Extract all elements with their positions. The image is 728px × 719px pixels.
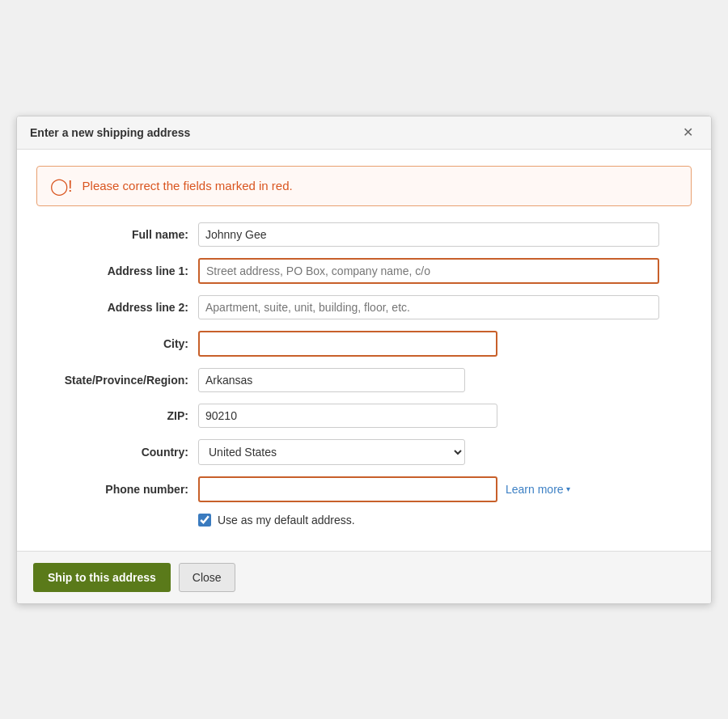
error-banner: ◯! Please correct the fields marked in r… xyxy=(36,166,692,206)
city-label: City: xyxy=(36,337,198,350)
error-message: Please correct the fields marked in red. xyxy=(83,179,293,192)
address1-label: Address line 1: xyxy=(36,264,198,277)
address2-label: Address line 2: xyxy=(36,301,198,314)
learn-more-text: Learn more xyxy=(506,483,564,496)
country-label: Country: xyxy=(36,446,198,459)
close-button[interactable]: Close xyxy=(179,563,235,592)
dialog-footer: Ship to this address Close xyxy=(17,551,711,603)
shipping-address-dialog: Enter a new shipping address ✕ ◯! Please… xyxy=(16,116,712,604)
zip-row: ZIP: xyxy=(36,404,692,428)
learn-more-link[interactable]: Learn more ▾ xyxy=(506,483,570,496)
dialog-close-button[interactable]: ✕ xyxy=(678,125,698,141)
state-row: State/Province/Region: xyxy=(36,368,692,392)
city-input[interactable] xyxy=(198,331,497,357)
dialog-title: Enter a new shipping address xyxy=(30,126,190,139)
city-row: City: xyxy=(36,331,692,357)
country-select[interactable]: United States Canada United Kingdom Aust… xyxy=(198,439,465,465)
error-icon: ◯! xyxy=(50,176,73,196)
state-input[interactable] xyxy=(198,368,465,392)
phone-row: Phone number: Learn more ▾ xyxy=(36,476,692,502)
state-label: State/Province/Region: xyxy=(36,374,198,387)
address1-row: Address line 1: xyxy=(36,258,692,284)
address2-row: Address line 2: xyxy=(36,295,692,319)
country-row: Country: United States Canada United Kin… xyxy=(36,439,692,465)
full-name-input[interactable] xyxy=(198,222,659,247)
address1-input[interactable] xyxy=(198,258,659,284)
full-name-label: Full name: xyxy=(36,228,198,241)
default-address-checkbox[interactable] xyxy=(198,514,211,527)
zip-input[interactable] xyxy=(198,404,497,428)
dialog-body: ◯! Please correct the fields marked in r… xyxy=(17,150,711,551)
learn-more-arrow-icon: ▾ xyxy=(566,484,570,493)
default-address-row: Use as my default address. xyxy=(198,514,692,527)
address2-input[interactable] xyxy=(198,295,659,319)
zip-label: ZIP: xyxy=(36,409,198,422)
dialog-header: Enter a new shipping address ✕ xyxy=(17,116,711,150)
phone-label: Phone number: xyxy=(36,483,198,496)
phone-input[interactable] xyxy=(198,476,497,502)
default-address-label[interactable]: Use as my default address. xyxy=(218,514,355,527)
ship-address-button[interactable]: Ship to this address xyxy=(33,563,171,592)
full-name-row: Full name: xyxy=(36,222,692,247)
